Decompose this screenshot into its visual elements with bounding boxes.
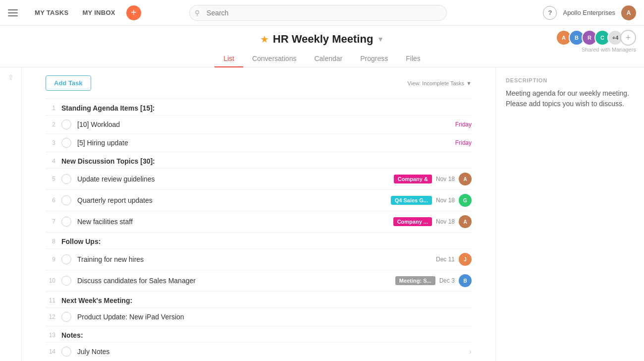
table-row[interactable]: 14 July Notes › [46,342,472,361]
section-follow-ups: 8 Follow Ups: [46,232,472,248]
section-next-week: 11 Next Week's Meeting: [46,291,472,307]
task-date: Nov 18 [436,176,455,182]
tab-conversations[interactable]: Conversations [243,51,306,67]
avatar-stack: A B R C +4 + [556,30,636,46]
table-row[interactable]: 7 New facilities staff Company ... Nov 1… [46,211,472,232]
task-toolbar: Add Task View: Incomplete Tasks ▼ [46,75,472,91]
task-tag: Company & [394,175,432,183]
company-name: Apollo Enterprises [563,9,615,16]
tab-calendar[interactable]: Calendar [305,51,351,67]
search-input[interactable] [189,5,447,21]
task-checkbox[interactable] [61,217,71,227]
task-checkbox[interactable] [61,174,71,184]
right-sidebar: DESCRIPTION Meeting agenda for our weekl… [495,67,644,361]
task-name: Quarterly report updates [77,196,391,204]
task-avatar: G [459,194,472,207]
task-tag: Meeting: S... [395,276,435,285]
row-number: 13 [46,332,59,339]
user-avatar[interactable]: A [621,5,636,20]
tab-files[interactable]: Files [397,51,429,67]
section-title: Notes: [59,331,83,339]
star-icon[interactable]: ★ [260,33,269,45]
row-number: 7 [46,218,59,225]
row-number: 9 [46,256,59,263]
shared-label: Shared with Managers [582,47,636,53]
task-checkbox[interactable] [61,312,71,322]
task-avatar: B [459,274,472,287]
search-icon: ⚲ [195,9,200,17]
table-row[interactable]: 3 [5] Hiring update Friday [46,133,472,152]
project-dropdown-icon[interactable]: ▼ [377,35,384,43]
view-filter-label: View: Incomplete Tasks [408,80,465,86]
task-meta: › [467,348,472,356]
table-row[interactable]: 10 Discuss candidates for Sales Manager … [46,270,472,291]
table-row[interactable]: 6 Quarterly report updates Q4 Sales G...… [46,189,472,211]
description-text: Meeting agenda for our weekly meeting. P… [506,88,634,109]
task-area: Add Task View: Incomplete Tasks ▼ 1 Stan… [22,67,495,361]
table-row[interactable]: 5 Update review guidelines Company & Nov… [46,168,472,189]
task-tag: Company ... [393,217,432,226]
tab-list[interactable]: List [215,51,243,67]
task-meta: Q4 Sales G... Nov 18 G [391,194,472,207]
table-row[interactable]: 9 Training for new hires Dec 11 J [46,248,472,270]
search-bar: ⚲ [189,5,447,21]
section-title: Next Week's Meeting: [59,297,132,304]
top-nav: MY TASKS MY INBOX + ⚲ ? Apollo Enterpris… [0,0,644,26]
project-tabs: List Conversations Calendar Progress Fil… [0,51,644,67]
task-checkbox[interactable] [61,195,71,205]
add-task-button[interactable]: Add Task [46,75,91,91]
add-member-button[interactable]: + [620,30,636,46]
pin-icon[interactable]: ⇧ [8,73,14,81]
view-filter-chevron: ▼ [466,80,472,86]
project-header: ★ HR Weekly Meeting ▼ List Conversations… [0,26,644,67]
section-title: New Discussion Topics [30]: [59,157,155,165]
section-notes: 13 Notes: [46,326,472,342]
row-number: 6 [46,197,59,204]
task-date: Nov 18 [436,197,455,204]
tab-progress[interactable]: Progress [351,51,397,67]
task-name: [5] Hiring update [77,139,455,147]
row-number: 4 [46,158,59,165]
task-name: Update review guidelines [77,175,394,183]
row-number: 2 [46,121,59,128]
left-sidebar: ⇧ [0,67,22,361]
description-label: DESCRIPTION [506,77,634,83]
my-tasks-tab[interactable]: MY TASKS [28,6,75,19]
task-date: Dec 3 [439,277,455,284]
task-name: Training for new hires [77,255,436,263]
section-discussion-topics: 4 New Discussion Topics [30]: [46,152,472,168]
project-title: HR Weekly Meeting [273,33,374,46]
section-title: Standing Agenda Items [15]: [59,104,155,112]
task-name: [10] Workload [77,120,455,128]
add-button[interactable]: + [126,5,141,20]
task-meta: Dec 11 J [436,253,472,266]
row-number: 1 [46,105,59,112]
task-checkbox[interactable] [61,120,71,129]
help-button[interactable]: ? [543,6,557,20]
task-checkbox[interactable] [61,254,71,264]
row-number: 5 [46,176,59,182]
row-number: 8 [46,238,59,245]
hamburger-menu[interactable] [8,6,22,20]
task-meta: Friday [455,139,472,146]
task-tag: Q4 Sales G... [391,196,432,205]
table-row[interactable]: 12 Product Update: New iPad Version [46,307,472,326]
chevron-right-icon: › [469,348,472,356]
task-checkbox[interactable] [61,138,71,148]
row-number: 3 [46,139,59,146]
task-meta: Meeting: S... Dec 3 B [395,274,472,287]
nav-right: ? Apollo Enterprises A [543,5,636,20]
task-meta: Company ... Nov 18 A [393,215,472,228]
task-name: New facilities staff [77,218,393,226]
row-number: 10 [46,277,59,284]
task-checkbox[interactable] [61,347,71,357]
my-inbox-tab[interactable]: MY INBOX [75,6,122,19]
task-date: Friday [455,139,472,146]
view-filter[interactable]: View: Incomplete Tasks ▼ [408,80,472,86]
task-meta: Friday [455,121,472,128]
task-checkbox[interactable] [61,276,71,286]
task-date: Dec 11 [436,256,455,263]
section-title: Follow Ups: [59,238,101,245]
task-meta: Company & Nov 18 A [394,173,472,185]
table-row[interactable]: 2 [10] Workload Friday [46,115,472,133]
